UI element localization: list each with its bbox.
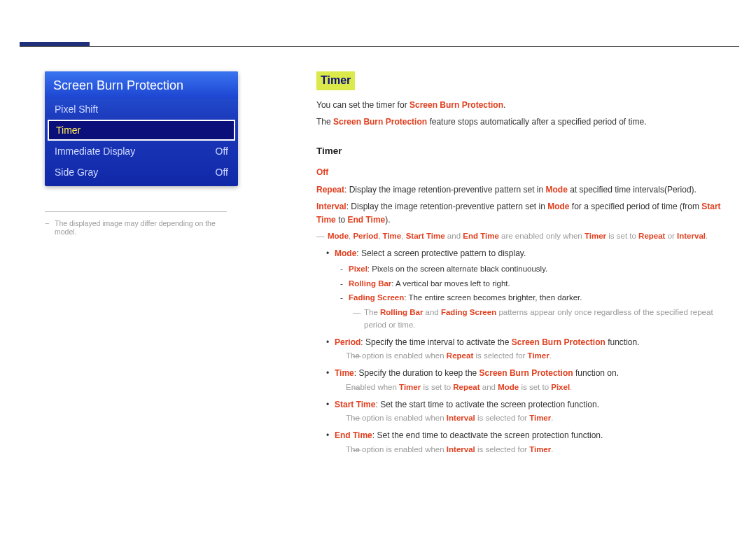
term-mode: Mode (498, 383, 519, 391)
text: : Set the end time to deactivate the scr… (372, 430, 603, 440)
note-enabled-terms: Mode, Period, Time, Start Time and End T… (316, 230, 736, 243)
text: . (550, 351, 552, 360)
text: : Set the start time to activate the scr… (375, 400, 599, 409)
text: Enabled when (346, 383, 399, 391)
mode-sublist: Pixel: Pixels on the screen alternate bl… (335, 263, 736, 304)
term-start-time: Start Time (335, 400, 375, 409)
term-repeat: Repeat (453, 383, 479, 391)
sub-heading-timer: Timer (316, 144, 736, 159)
term-end-time: End Time (347, 215, 385, 225)
menu-item-pixel-shift[interactable]: Pixel Shift (45, 99, 238, 120)
note-start-time: The option is enabled when Interval is s… (335, 412, 736, 425)
text: : Specify the duration to keep the (354, 368, 479, 378)
menu-item-value: Off (216, 167, 228, 178)
text: is set to (421, 383, 453, 391)
term-mode: Mode (328, 232, 349, 240)
text: . (551, 414, 553, 422)
text: to (336, 215, 348, 225)
menu-item-label: Side Gray (55, 167, 98, 178)
text: is selected for (475, 445, 529, 454)
header-rule (20, 46, 739, 47)
term-end-time: End Time (463, 232, 499, 240)
term-screen-burn-protection: Screen Burn Protection (479, 368, 573, 378)
term-repeat: Repeat (447, 351, 473, 360)
term-screen-burn-protection: Screen Burn Protection (410, 100, 503, 110)
term-end-time: End Time (335, 430, 372, 440)
text: and (423, 308, 441, 316)
sub-item-pixel: Pixel: Pixels on the screen alternate bl… (335, 263, 736, 276)
note-time: Enabled when Timer is set to Repeat and … (335, 381, 736, 394)
text: . (503, 100, 505, 110)
text: You can set the timer for (316, 100, 410, 110)
term-interval: Interval (316, 202, 346, 211)
term-start-time: Start Time (406, 232, 445, 240)
term-interval: Interval (447, 445, 475, 454)
text: : The entire screen becomes brighter, th… (404, 293, 582, 302)
left-divider (45, 211, 227, 212)
term-mode: Mode (335, 248, 356, 258)
text: : Pixels on the screen alternate black c… (368, 265, 547, 273)
menu-item-label: Immediate Display (55, 146, 135, 157)
term-interval: Interval (677, 232, 706, 240)
list-item-period: Period: Specify the time interval to act… (316, 336, 736, 363)
menu-item-immediate-display[interactable]: Immediate Display Off (45, 141, 238, 162)
menu-item-label: Pixel Shift (55, 104, 98, 115)
menu-item-timer[interactable]: Timer (48, 120, 235, 141)
text: The option is enabled when (346, 351, 447, 360)
menu-item-value: Off (216, 146, 228, 157)
term-timer: Timer (584, 232, 606, 240)
intro-line-1: You can set the timer for Screen Burn Pr… (316, 99, 736, 112)
text: function. (606, 337, 640, 347)
menu-title: Screen Burn Protection (45, 71, 238, 99)
text: and (480, 383, 498, 391)
repeat-line: Repeat: Display the image retention-prev… (316, 183, 736, 197)
note-end-time: The option is enabled when Interval is s… (335, 444, 736, 456)
text: feature stops automatically after a spec… (427, 117, 647, 127)
menu-panel: Screen Burn Protection Pixel Shift Timer… (45, 71, 238, 186)
text: The option is enabled when (346, 414, 447, 422)
list-item-time: Time: Specify the duration to keep the S… (316, 367, 736, 393)
text: The (316, 117, 333, 127)
term-fading-screen: Fading Screen (441, 308, 496, 316)
list-item-mode: Mode: Select a screen protective pattern… (316, 247, 736, 332)
term-mode: Mode (546, 185, 568, 195)
sub-item-fading-screen: Fading Screen: The entire screen becomes… (335, 292, 736, 304)
text: function on. (573, 368, 619, 378)
term-timer: Timer (529, 445, 551, 454)
text: for a specified period of time (from (570, 202, 702, 211)
menu-item-side-gray[interactable]: Side Gray Off (45, 162, 238, 186)
list-item-end-time: End Time: Set the end time to deactivate… (316, 429, 736, 456)
text: is set to (519, 383, 551, 391)
options-list: Mode: Select a screen protective pattern… (316, 247, 736, 456)
text: is selected for (475, 414, 529, 422)
text: : Specify the time interval to activate … (360, 337, 511, 347)
text: . (570, 383, 572, 391)
off-label: Off (316, 166, 736, 179)
term-interval: Interval (447, 414, 475, 422)
menu-item-label: Timer (56, 125, 80, 136)
term-timer: Timer (399, 383, 421, 391)
text: is set to (606, 232, 638, 240)
sub-item-rolling-bar: Rolling Bar: A vertical bar moves left t… (335, 278, 736, 290)
footnote: The displayed image may differ depending… (45, 219, 238, 236)
term-screen-burn-protection: Screen Burn Protection (333, 117, 427, 127)
term-timer: Timer (528, 351, 550, 360)
term-fading-screen: Fading Screen (349, 293, 404, 302)
text: . (551, 445, 553, 454)
term-period: Period (335, 337, 360, 347)
note-patterns: The Rolling Bar and Fading Screen patter… (335, 307, 736, 332)
text: are enabled only when (499, 232, 584, 240)
text: or (665, 232, 677, 240)
term-mode: Mode (547, 202, 569, 211)
intro-line-2: The Screen Burn Protection feature stops… (316, 115, 736, 129)
text: The option is enabled when (346, 445, 447, 454)
text: is selected for (473, 351, 527, 360)
term-time: Time (383, 232, 402, 240)
term-repeat: Repeat (638, 232, 665, 240)
text: : Display the image retention-preventive… (346, 202, 547, 211)
text: : A vertical bar moves left to right. (391, 279, 510, 288)
text: : Display the image retention-preventive… (344, 185, 545, 195)
term-pixel: Pixel (349, 265, 368, 273)
text: at specified time intervals(Period). (568, 185, 696, 195)
term-rolling-bar: Rolling Bar (349, 279, 391, 288)
